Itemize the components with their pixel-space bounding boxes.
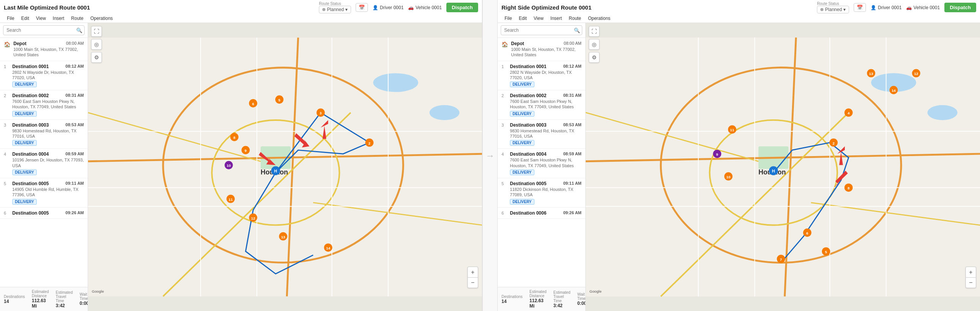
svg-text:6: 6 [806, 231, 808, 235]
right-footer-dest-value: 14 [501, 299, 506, 304]
right-footer-destinations: Destinations 14 [501, 295, 523, 304]
right-stop-3[interactable]: 3 Destination 0003 08:53 AM 9830 Homeste… [498, 120, 585, 149]
left-vehicle-button[interactable]: 🚗 Vehicle 0001 [408, 5, 442, 10]
left-location-button[interactable]: ◎ [91, 39, 102, 50]
right-vehicle-button[interactable]: 🚗 Vehicle 0001 [906, 5, 940, 10]
right-panel: Right Side Optimized Route 0001 Route St… [498, 0, 980, 311]
left-stop-5[interactable]: 5 Destination 0005 09:11 AM 14905 Old Hu… [0, 178, 88, 208]
right-stop-1[interactable]: 1 Destination 0001 08:12 AM 2802 N Waysi… [498, 61, 585, 91]
left-driver-label: Driver 0001 [380, 5, 403, 10]
svg-text:5: 5 [825, 250, 827, 254]
svg-text:4: 4 [848, 111, 850, 115]
right-stop-addr-2: 7600 East Sam Houston Pkwy N, Houston, T… [510, 99, 581, 110]
right-menu-bar: File Edit View Insert Route Operations [501, 14, 976, 23]
right-dispatch-button[interactable]: Dispatch [944, 3, 976, 12]
left-search-input[interactable] [3, 25, 85, 35]
left-zoom-out-button[interactable]: − [467, 277, 478, 288]
right-menu-file[interactable]: File [501, 15, 515, 22]
left-stop-name-4: Destination 0004 08:59 AM [12, 151, 84, 157]
left-stop-addr-3: 9830 Homestead Rd, Houston, TX 77016, US… [12, 128, 84, 139]
right-zoom-in-button[interactable]: + [965, 267, 976, 277]
right-stop-info-4: Destination 0004 08:59 AM 7600 East Sam … [510, 151, 581, 175]
right-stop-info-1: Destination 0001 08:12 AM 2802 N Wayside… [510, 64, 581, 88]
left-menu-operations[interactable]: Operations [87, 15, 116, 22]
right-stop-name-1: Destination 0001 08:12 AM [510, 64, 581, 69]
panel-separator: → [482, 0, 498, 311]
left-stop-6[interactable]: 6 Destination 0005 09:26 AM [0, 208, 88, 219]
right-footer-dist-value: 112.63 Mi [529, 298, 546, 309]
right-stop-2[interactable]: 2 Destination 0002 08:31 AM 7600 East Sa… [498, 90, 585, 120]
left-footer-travel-value: 3:42 [56, 303, 65, 308]
right-menu-insert[interactable]: Insert [547, 15, 565, 22]
right-stop-name-4: Destination 0004 08:59 AM [510, 151, 581, 157]
right-stop-list: 🏠 Depot 08:00 AM 1000 Main St, Houston, … [498, 38, 585, 287]
right-driver-button[interactable]: 👤 Driver 0001 [871, 5, 902, 10]
right-stop-info-3: Destination 0003 08:53 AM 9830 Homestead… [510, 122, 581, 146]
right-footer-travel-value: 3:42 [554, 303, 563, 308]
left-footer-distance: Estimated Distance 112.63 Mi [32, 290, 49, 309]
svg-text:10: 10 [726, 175, 730, 179]
left-stop-tag-2: DELIVERY [12, 111, 37, 117]
left-dispatch-button[interactable]: Dispatch [446, 3, 478, 12]
right-route-status-label-group: Route Status Planned ▾ [817, 2, 849, 13]
left-stop-info-1: Destination 0001 08:12 AM 2802 N Wayside… [12, 64, 84, 88]
left-stop-3[interactable]: 3 Destination 0003 08:53 AM 9830 Homeste… [0, 120, 88, 149]
left-stop-info-2: Destination 0002 08:31 AM 7600 East Sam … [12, 93, 84, 117]
left-route-status-label-group: Route Status Planned ▾ [319, 2, 351, 13]
right-zoom-out-button[interactable]: − [965, 277, 976, 288]
right-route-status-value[interactable]: Planned ▾ [817, 6, 849, 13]
right-header-top: Right Side Optimized Route 0001 Route St… [501, 2, 976, 14]
right-menu-route[interactable]: Route [566, 15, 584, 22]
left-settings-button[interactable]: ⚙ [91, 52, 102, 63]
left-fullscreen-button[interactable]: ⛶ [91, 26, 102, 37]
left-header-top: Last Mile Optimized Route 0001 Route Sta… [4, 2, 478, 14]
left-stop-1[interactable]: 1 Destination 0001 08:12 AM 2802 N Waysi… [0, 61, 88, 91]
right-menu-edit[interactable]: Edit [516, 15, 530, 22]
right-menu-operations[interactable]: Operations [585, 15, 614, 22]
right-stop-info-2: Destination 0002 08:31 AM 7600 East Sam … [510, 93, 581, 117]
svg-text:12: 12 [251, 216, 255, 220]
left-footer-wait-label: Wait Time [80, 292, 88, 301]
right-settings-button[interactable]: ⚙ [589, 52, 599, 63]
right-driver-label: Driver 0001 [878, 5, 902, 10]
right-stop-5[interactable]: 5 Destination 0005 09:11 AM 11820 Dickin… [498, 178, 585, 208]
left-calendar-button[interactable]: 📅 [356, 3, 368, 12]
right-body: 🔍 🏠 Depot 08:00 AM 1000 Main St, Houston… [498, 23, 980, 311]
left-menu-file[interactable]: File [4, 15, 17, 22]
left-footer-wait: Wait Time 0:00 [80, 292, 88, 306]
right-map: Houston 2 4 14 13 12 11 9 10 6 [586, 23, 980, 311]
left-menu-edit[interactable]: Edit [18, 15, 32, 22]
left-menu-route[interactable]: Route [68, 15, 87, 22]
left-menu-insert[interactable]: Insert [50, 15, 67, 22]
left-zoom-in-button[interactable]: + [467, 267, 478, 277]
left-route-status-value[interactable]: Planned ▾ [319, 6, 351, 13]
right-search-input[interactable] [501, 25, 582, 35]
left-driver-button[interactable]: 👤 Driver 0001 [372, 5, 403, 10]
right-stop-6[interactable]: 6 Destination 0006 09:26 AM [498, 208, 585, 219]
left-stop-num-3: 3 [4, 123, 9, 127]
svg-text:3: 3 [320, 111, 322, 115]
left-menu-view[interactable]: View [33, 15, 49, 22]
left-footer-dist-label: Estimated Distance [32, 290, 49, 298]
right-calendar-button[interactable]: 📅 [854, 3, 866, 12]
left-stop-time-3: 08:53 AM [65, 122, 84, 128]
right-location-button[interactable]: ◎ [589, 39, 599, 50]
right-vehicle-label: Vehicle 0001 [913, 5, 940, 10]
right-status-dot [820, 8, 823, 11]
right-depot-item: 🏠 Depot 08:00 AM 1000 Main St, Houston, … [498, 38, 585, 61]
svg-text:14: 14 [892, 88, 896, 93]
left-stop-2[interactable]: 2 Destination 0002 08:31 AM 7600 East Sa… [0, 90, 88, 120]
right-stop-time-5: 09:11 AM [563, 181, 581, 186]
svg-text:13: 13 [281, 235, 285, 239]
svg-text:13: 13 [869, 72, 873, 76]
right-footer-distance: Estimated Distance 112.63 Mi [529, 290, 546, 309]
right-menu-view[interactable]: View [531, 15, 547, 22]
right-footer-wait-label: Wait Time [577, 292, 586, 301]
right-stop-4[interactable]: 4 Destination 0004 08:59 AM 7600 East Sa… [498, 149, 585, 178]
right-stop-tag-2: DELIVERY [510, 111, 534, 117]
left-stop-4[interactable]: 4 Destination 0004 08:59 AM 10196 Jensen… [0, 149, 88, 178]
left-stop-info-6: Destination 0005 09:26 AM [12, 210, 84, 216]
left-stop-info-3: Destination 0003 08:53 AM 9830 Homestead… [12, 122, 84, 146]
svg-text:9: 9 [716, 152, 719, 156]
right-fullscreen-button[interactable]: ⛶ [589, 26, 599, 37]
